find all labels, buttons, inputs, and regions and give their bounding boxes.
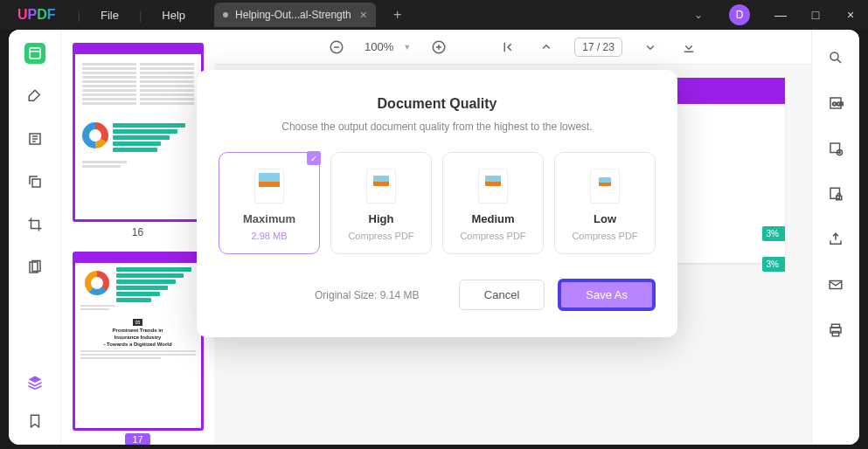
svg-rect-2 xyxy=(32,179,40,187)
quality-preview-icon xyxy=(590,169,620,204)
print-icon[interactable] xyxy=(825,320,846,341)
svg-point-7 xyxy=(830,52,838,60)
window-maximize[interactable]: □ xyxy=(798,1,833,29)
search-icon[interactable] xyxy=(825,47,846,68)
modal-subtitle: Choose the output document quality from … xyxy=(219,121,656,133)
save-as-button[interactable]: Save As xyxy=(558,279,656,311)
mail-icon[interactable] xyxy=(825,274,846,295)
titlebar: UPDF | File | Help Helping-Out...al-Stre… xyxy=(0,0,868,30)
zoom-out-icon[interactable] xyxy=(326,37,347,58)
quality-option-low[interactable]: Low Compress PDF xyxy=(554,152,656,254)
quality-option-high[interactable]: High Compress PDF xyxy=(330,152,432,254)
share-icon[interactable] xyxy=(825,229,846,250)
quality-option-maximum[interactable]: ✓ Maximum 2.98 MB xyxy=(219,152,320,254)
copy-tool-icon[interactable] xyxy=(24,171,45,192)
quality-preview-icon xyxy=(366,169,396,204)
text-tool-icon[interactable] xyxy=(24,128,45,149)
thumb-label-active: 17 xyxy=(125,433,149,445)
svg-text:OCR: OCR xyxy=(832,101,844,107)
right-toolbar: OCR xyxy=(811,30,859,445)
modal-title: Document Quality xyxy=(219,96,656,112)
user-avatar[interactable]: D xyxy=(729,4,750,25)
add-image-icon[interactable] xyxy=(825,138,846,159)
donut-chart-icon xyxy=(82,122,108,149)
thumbnail-16[interactable]: 16 xyxy=(73,43,204,238)
menu-file[interactable]: File xyxy=(85,9,135,22)
lock-page-icon[interactable] xyxy=(825,183,846,204)
svg-rect-0 xyxy=(30,48,40,59)
document-toolbar: 100%▼ 17 / 23 xyxy=(214,30,811,65)
layers-icon[interactable] xyxy=(24,372,45,393)
quality-preview-icon xyxy=(254,169,284,204)
crop-tool-icon[interactable] xyxy=(24,214,45,235)
donut-chart-icon xyxy=(85,271,109,295)
close-tab-icon[interactable]: × xyxy=(360,8,367,22)
tab-title: Helping-Out...al-Strength xyxy=(235,9,351,21)
chevron-down-icon[interactable]: ⌄ xyxy=(681,9,716,21)
checkmark-icon: ✓ xyxy=(307,151,321,165)
data-badge: 3% xyxy=(762,226,785,241)
document-tab[interactable]: Helping-Out...al-Strength × xyxy=(214,3,376,27)
quality-modal: Document Quality Choose the output docum… xyxy=(197,70,677,337)
thumb-label: 16 xyxy=(73,226,204,238)
zoom-in-icon[interactable] xyxy=(428,37,449,58)
ocr-icon[interactable]: OCR xyxy=(825,93,846,114)
original-size-text: Original Size: 9.14 MB xyxy=(315,289,419,301)
quality-preview-icon xyxy=(478,169,508,204)
thumbnails-tool-icon[interactable] xyxy=(24,43,45,64)
page-input[interactable]: 17 / 23 xyxy=(574,38,622,57)
next-page-icon[interactable] xyxy=(640,37,661,58)
highlighter-tool-icon[interactable] xyxy=(24,86,45,107)
pages-tool-icon[interactable] xyxy=(24,257,45,278)
app-logo: UPDF xyxy=(0,7,73,23)
window-minimize[interactable]: — xyxy=(763,1,798,29)
left-toolbar xyxy=(9,30,61,445)
svg-rect-10 xyxy=(830,143,840,153)
zoom-value[interactable]: 100%▼ xyxy=(365,40,411,53)
window-close[interactable]: × xyxy=(833,1,868,29)
thumbnail-17[interactable]: 05 Prominent Trends in Insurance Industr… xyxy=(73,252,204,445)
last-page-icon[interactable] xyxy=(678,37,699,58)
data-badge: 3% xyxy=(762,257,785,272)
first-page-icon[interactable] xyxy=(497,37,518,58)
new-tab-button[interactable]: + xyxy=(393,7,401,23)
bookmark-icon[interactable] xyxy=(24,411,45,432)
tab-indicator-icon xyxy=(223,12,228,17)
quality-option-medium[interactable]: Medium Compress PDF xyxy=(442,152,544,254)
menu-help[interactable]: Help xyxy=(146,9,201,22)
thumbnail-panel: 16 05 Prominent Trends in Insurance Indu… xyxy=(61,30,214,445)
cancel-button[interactable]: Cancel xyxy=(459,280,545,310)
prev-page-icon[interactable] xyxy=(536,37,557,58)
